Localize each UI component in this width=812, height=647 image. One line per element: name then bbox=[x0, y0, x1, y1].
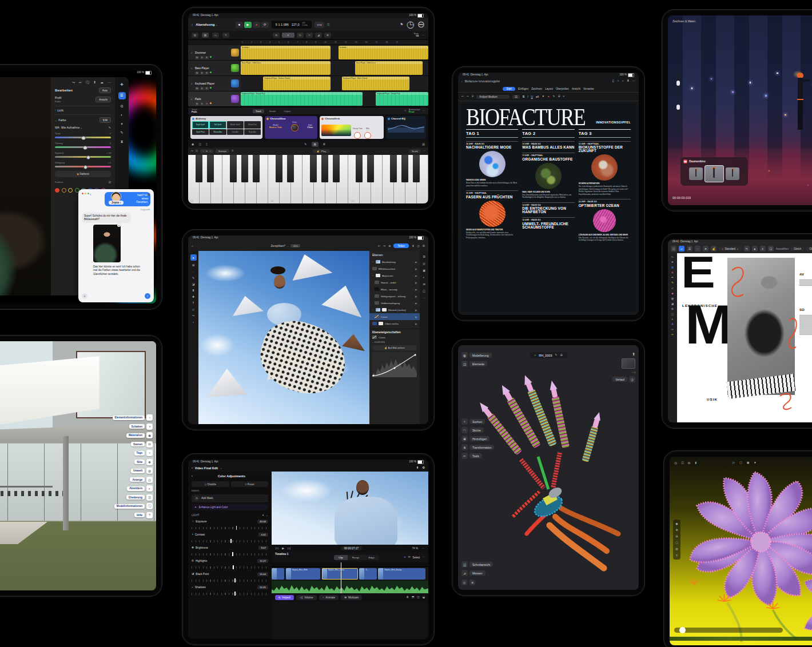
slider-value[interactable]: 9.07 bbox=[258, 546, 268, 550]
help-icon[interactable]: ◷ bbox=[417, 245, 419, 247]
node-tool[interactable]: ➤ bbox=[671, 261, 674, 264]
plugin-chromaglow[interactable]: ChromaGlow ModelModern Tube Drive StyleC… bbox=[265, 116, 317, 139]
settings-icon[interactable]: ◔ bbox=[398, 20, 404, 29]
share-icon[interactable]: ⬆ bbox=[694, 461, 697, 465]
vector-persona-icon[interactable]: ▱ bbox=[679, 246, 684, 251]
track-header[interactable]: 3 Keyboard Player MSR bbox=[188, 76, 241, 91]
font-color-icon[interactable]: ▲ bbox=[547, 95, 550, 98]
cut-tool[interactable]: ✂ bbox=[306, 33, 313, 38]
region[interactable]: Keyboard Player - Block Chords bbox=[342, 77, 409, 90]
soften-icon[interactable]: ◐ bbox=[146, 485, 153, 492]
home-icon[interactable]: ⌂ bbox=[534, 354, 536, 357]
record-settings-icon[interactable]: ◉ bbox=[192, 143, 194, 146]
add-icon[interactable]: ⊞ bbox=[461, 436, 468, 442]
font-size[interactable]: 11 bbox=[512, 95, 520, 99]
regions-view-icon[interactable]: ▦ bbox=[202, 33, 209, 38]
cycle-button[interactable]: ⟳ bbox=[261, 22, 269, 28]
shadows-icon[interactable]: ◑ bbox=[146, 424, 153, 430]
settings-icon[interactable]: ⚙ bbox=[423, 245, 425, 247]
shadows-slider[interactable] bbox=[192, 593, 268, 595]
more-icon[interactable]: ⋯ bbox=[422, 34, 425, 37]
tool-label[interactable]: Hinzufügen bbox=[469, 436, 489, 441]
disable-button[interactable]: ◎ Disable bbox=[192, 481, 229, 487]
heal-icon[interactable]: ✚ bbox=[120, 83, 123, 87]
more-icon[interactable]: ⋯ bbox=[423, 150, 425, 152]
select-button[interactable]: Select bbox=[413, 556, 420, 559]
object-icon[interactable]: ▢ bbox=[675, 541, 678, 544]
tool-label[interactable]: Skizze bbox=[469, 428, 484, 433]
layer-row-selected[interactable]: Curve◉ bbox=[369, 313, 420, 320]
history-icon[interactable]: ◷ bbox=[629, 376, 635, 382]
preset-cell[interactable]: Metallic Swell bbox=[227, 121, 244, 129]
snap-value[interactable]: 1/4 bbox=[416, 35, 419, 37]
render-progress-slider[interactable] bbox=[674, 628, 783, 633]
home-icon[interactable]: ⌂ bbox=[192, 245, 193, 247]
tab-layout[interactable]: Layout bbox=[545, 87, 553, 90]
editor-icon[interactable]: ✎ bbox=[553, 95, 555, 98]
mute-button[interactable]: M bbox=[195, 87, 199, 90]
transparency-tool[interactable]: ◪ bbox=[671, 303, 674, 306]
solo-button[interactable]: S bbox=[200, 87, 204, 90]
bold-button[interactable]: B bbox=[523, 95, 524, 98]
record-button[interactable]: ● bbox=[253, 22, 260, 28]
keyboard-toggle-icon[interactable]: ▤ bbox=[422, 143, 425, 146]
slider-value[interactable]: 45.59 bbox=[257, 520, 268, 524]
measure-icon[interactable]: ⊿ bbox=[461, 570, 468, 576]
back-icon[interactable]: ‹ bbox=[90, 193, 91, 197]
keys-icon[interactable]: ▦ bbox=[312, 142, 319, 147]
window-controls[interactable] bbox=[82, 193, 89, 194]
preset-cell[interactable]: Bright Arp bbox=[244, 129, 261, 135]
flipbook-frame[interactable] bbox=[726, 167, 739, 180]
layer-row[interactable]: Effektrauschen◉ bbox=[369, 265, 420, 272]
inspector-icon[interactable]: ▭ bbox=[212, 33, 219, 38]
healing-tool[interactable]: ✚ bbox=[192, 295, 194, 298]
contact-name[interactable]: Joyce › bbox=[109, 201, 124, 205]
eraser-tool[interactable]: ◪ bbox=[192, 283, 195, 286]
elements-icon[interactable]: ◳ bbox=[461, 361, 468, 367]
tab-track[interactable]: Track bbox=[253, 109, 264, 113]
slider-value[interactable]: 11.27 bbox=[257, 559, 268, 563]
region[interactable]: Keyboard Player - Broken Chords bbox=[263, 77, 331, 90]
lcd-display[interactable]: 5 1 1 086 127,0 4/4C maj bbox=[272, 21, 312, 29]
edit-icon[interactable]: ☰ bbox=[118, 92, 126, 99]
tab-output[interactable]: Output bbox=[281, 109, 293, 113]
visibility-icon[interactable]: ◉ bbox=[415, 315, 417, 318]
photo-attachment[interactable] bbox=[93, 225, 121, 262]
rec-button[interactable]: R bbox=[205, 56, 209, 59]
tab-ueberpruefen[interactable]: Überprüfen bbox=[556, 87, 569, 90]
ansicht-button[interactable]: Ansicht bbox=[95, 97, 111, 102]
clone-tool[interactable]: ♜ bbox=[192, 289, 194, 292]
environment-icon[interactable]: ◍ bbox=[146, 468, 153, 474]
tool-label[interactable]: Schnittansicht bbox=[469, 562, 493, 567]
element-info-icon[interactable]: ◔ bbox=[146, 414, 153, 421]
clip[interactable]: Skyline_Blue_Backgr… bbox=[378, 568, 425, 580]
rectangle-tool[interactable]: ▢ bbox=[671, 313, 674, 316]
move-icon[interactable]: ✥ bbox=[675, 529, 678, 532]
crop-tool[interactable]: ⬖ bbox=[671, 271, 674, 274]
settings-icon[interactable]: ≡ bbox=[676, 554, 678, 557]
mute-button[interactable]: M bbox=[195, 71, 199, 75]
layers-icon[interactable]: ⧉ bbox=[688, 461, 690, 465]
video-viewer[interactable] bbox=[272, 472, 428, 545]
bullets-icon[interactable]: ☰ bbox=[558, 95, 560, 98]
grab-tool[interactable]: ✥ bbox=[324, 33, 331, 38]
stop-icon[interactable]: ◻ bbox=[739, 461, 742, 465]
visibility-icon[interactable]: ◎ bbox=[423, 262, 425, 265]
pencil-icon[interactable]: ✎ bbox=[222, 33, 229, 38]
shape-tool[interactable]: ▱ bbox=[192, 308, 194, 311]
segment-edge[interactable]: Edge bbox=[364, 555, 379, 560]
transform-tool[interactable]: ⊞ bbox=[192, 264, 194, 267]
vector-brush-tool[interactable]: ✑ bbox=[671, 329, 674, 332]
exposure-slider[interactable] bbox=[192, 527, 268, 529]
mute-button[interactable]: M bbox=[195, 102, 199, 106]
document-title[interactable]: Zersplittert* bbox=[271, 244, 286, 247]
auto-button[interactable]: Auto bbox=[99, 87, 111, 93]
help-icon[interactable]: ? bbox=[146, 512, 153, 518]
multicam-button[interactable]: ⊞Multicam bbox=[341, 595, 362, 600]
more-icon[interactable]: ⋯ bbox=[422, 556, 425, 559]
render-icon[interactable]: ◉ bbox=[675, 522, 678, 525]
automation-value[interactable]: Read bbox=[409, 110, 415, 113]
color-picker-tool[interactable]: ✏ bbox=[671, 334, 674, 337]
export-icon[interactable]: ⬆ bbox=[632, 352, 635, 356]
solo-button[interactable]: S bbox=[200, 56, 204, 59]
